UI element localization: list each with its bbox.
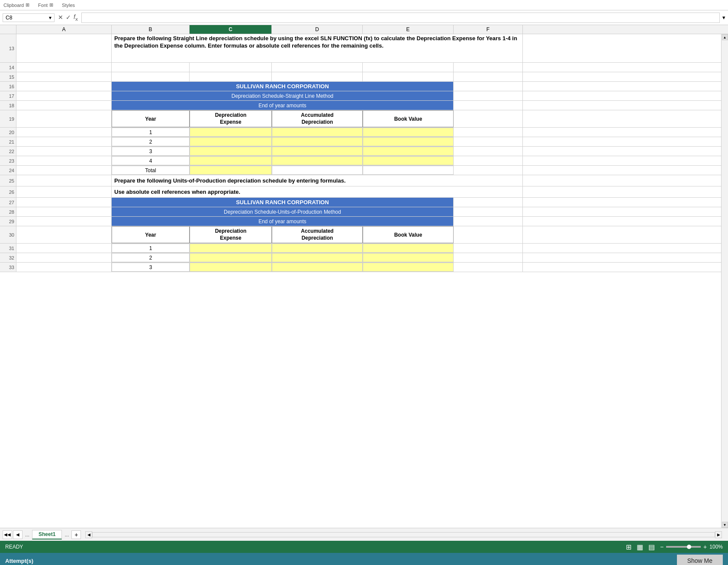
scroll-up-btn[interactable]: ▲ (722, 34, 728, 40)
cell-29-a[interactable] (16, 217, 112, 226)
cell-33-dep-exp[interactable] (190, 263, 272, 272)
cell-31-a[interactable] (16, 244, 112, 253)
cell-30-acc-dep[interactable]: AccumulatedDepreciation (272, 226, 363, 243)
cell-31-year[interactable]: 1 (112, 244, 190, 253)
cell-15-d[interactable] (272, 72, 363, 81)
cell-13-a[interactable] (16, 34, 112, 62)
scroll-down-btn[interactable]: ▼ (722, 522, 728, 528)
cell-16-f[interactable] (454, 82, 523, 91)
cell-21-f[interactable] (454, 137, 523, 146)
cell-21-dep-exp[interactable] (190, 137, 272, 146)
name-box[interactable]: C8 ▾ (3, 13, 55, 22)
cell-20-acc-dep[interactable] (272, 128, 363, 137)
cell-23-a[interactable] (16, 156, 112, 165)
sheet-tab-sheet1[interactable]: Sheet1 (32, 530, 62, 539)
cell-32-f[interactable] (454, 253, 523, 262)
cell-33-a[interactable] (16, 263, 112, 272)
cell-18-merged[interactable]: End of year amounts (112, 101, 454, 110)
cell-17-merged[interactable]: Depreciation Schedule-Straight Line Meth… (112, 91, 454, 100)
zoom-slider[interactable] (666, 546, 701, 548)
cell-23-dep-exp[interactable] (190, 156, 272, 165)
cell-26-text[interactable]: Use absolute cell references when approp… (112, 186, 523, 197)
scroll-left-btn[interactable]: ◀ (85, 531, 92, 538)
function-icon[interactable]: fx (74, 13, 78, 22)
scroll-right-btn[interactable]: ▶ (715, 531, 722, 538)
cell-20-book-val[interactable] (363, 128, 454, 137)
cell-22-dep-exp[interactable] (190, 147, 272, 156)
cell-14-a[interactable] (16, 63, 112, 72)
cell-32-a[interactable] (16, 253, 112, 262)
cell-15-c[interactable] (190, 72, 272, 81)
cell-14-d[interactable] (272, 63, 363, 72)
cell-23-f[interactable] (454, 156, 523, 165)
zoom-plus-btn[interactable]: + (703, 543, 707, 550)
cell-14-b[interactable] (112, 63, 190, 72)
add-sheet-btn[interactable]: + (71, 530, 81, 539)
cell-13-b[interactable]: Prepare the following Straight Line depr… (112, 34, 523, 62)
cell-27-f[interactable] (454, 198, 523, 207)
cell-28-f[interactable] (454, 207, 523, 216)
cancel-icon[interactable]: ✕ (58, 14, 63, 21)
cell-22-f[interactable] (454, 147, 523, 156)
cell-14-e[interactable] (363, 63, 454, 72)
cell-30-year[interactable]: Year (112, 226, 190, 243)
cell-32-book-val[interactable] (363, 253, 454, 262)
cell-19-year[interactable]: Year (112, 110, 190, 127)
cell-15-f[interactable] (454, 72, 523, 81)
cell-19-a[interactable] (16, 110, 112, 127)
cell-19-book-val[interactable]: Book Value (363, 110, 454, 127)
col-header-a[interactable]: A (16, 25, 112, 34)
cell-32-year[interactable]: 2 (112, 253, 190, 262)
cell-24-acc-dep[interactable] (272, 166, 363, 175)
vertical-scrollbar[interactable]: ▲ ▼ (721, 34, 728, 528)
cell-22-year[interactable]: 3 (112, 147, 190, 156)
cell-33-book-val[interactable] (363, 263, 454, 272)
cell-15-b[interactable] (112, 72, 190, 81)
cell-22-book-val[interactable] (363, 147, 454, 156)
cell-14-f[interactable] (454, 63, 523, 72)
cell-24-a[interactable] (16, 166, 112, 175)
cell-20-year[interactable]: 1 (112, 128, 190, 137)
cell-15-e[interactable] (363, 72, 454, 81)
confirm-icon[interactable]: ✓ (66, 14, 71, 21)
cell-15-a[interactable] (16, 72, 112, 81)
cell-30-a[interactable] (16, 226, 112, 243)
cell-24-total[interactable]: Total (112, 166, 190, 175)
cell-27-merged[interactable]: SULLIVAN RANCH CORPORATION (112, 198, 454, 207)
cell-31-f[interactable] (454, 244, 523, 253)
cell-17-a[interactable] (16, 91, 112, 100)
tab-nav-left[interactable]: ◀ (13, 530, 23, 539)
cell-28-merged[interactable]: Depreciation Schedule-Units-of-Productio… (112, 207, 454, 216)
cell-33-acc-dep[interactable] (272, 263, 363, 272)
cell-30-dep-exp[interactable]: DepreciationExpense (190, 226, 272, 243)
cell-30-f[interactable] (454, 226, 523, 243)
cell-24-book-val[interactable] (363, 166, 454, 175)
cell-32-dep-exp[interactable] (190, 253, 272, 262)
col-header-d[interactable]: D (272, 25, 363, 34)
cell-29-merged[interactable]: End of year amounts (112, 217, 454, 226)
show-me-button[interactable]: Show Me (677, 555, 723, 565)
cell-21-acc-dep[interactable] (272, 137, 363, 146)
col-header-b[interactable]: B (112, 25, 190, 34)
cell-33-f[interactable] (454, 263, 523, 272)
cell-22-a[interactable] (16, 147, 112, 156)
cell-19-acc-dep[interactable]: AccumulatedDepreciation (272, 110, 363, 127)
cell-18-f[interactable] (454, 101, 523, 110)
cell-20-dep-exp[interactable] (190, 128, 272, 137)
cell-25-a[interactable] (16, 175, 112, 186)
zoom-minus-btn[interactable]: − (660, 543, 664, 550)
tab-nav-left-start[interactable]: ◀◀ (3, 530, 12, 539)
cell-16-a[interactable] (16, 82, 112, 91)
cell-21-a[interactable] (16, 137, 112, 146)
cell-14-c[interactable] (190, 63, 272, 72)
cell-27-a[interactable] (16, 198, 112, 207)
cell-19-f[interactable] (454, 110, 523, 127)
formula-bar-expand-icon[interactable]: ▾ (720, 14, 725, 21)
cell-17-f[interactable] (454, 91, 523, 100)
cell-21-book-val[interactable] (363, 137, 454, 146)
scroll-track-h[interactable] (92, 532, 715, 537)
cell-16-merged[interactable]: SULLIVAN RANCH CORPORATION (112, 82, 454, 91)
cell-25-text[interactable]: Prepare the following Units-of-Productio… (112, 175, 523, 186)
cell-31-dep-exp[interactable] (190, 244, 272, 253)
cell-18-a[interactable] (16, 101, 112, 110)
